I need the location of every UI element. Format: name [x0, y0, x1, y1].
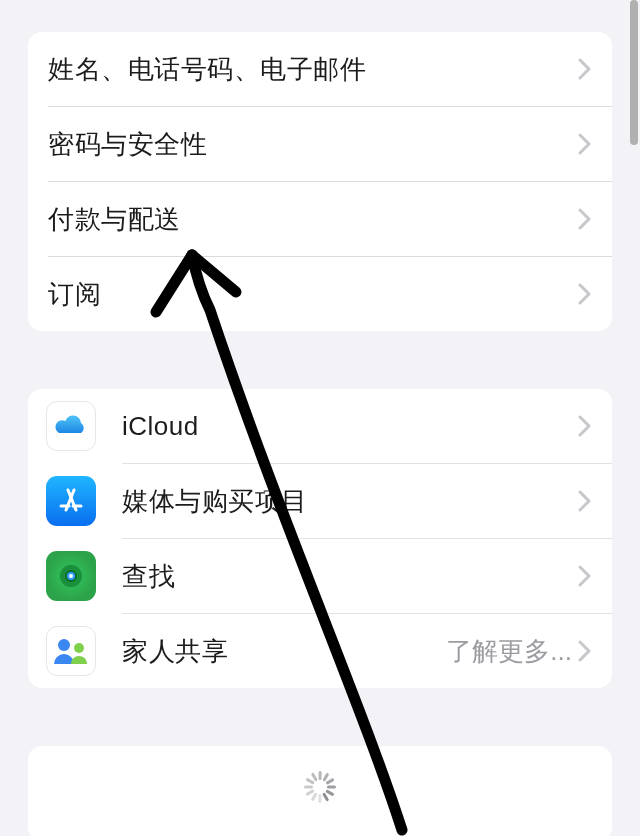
loading-spinner-icon	[304, 778, 336, 810]
chevron-right-icon	[578, 415, 592, 437]
vertical-scrollbar[interactable]	[630, 0, 638, 145]
chevron-right-icon	[578, 565, 592, 587]
appstore-icon	[46, 476, 96, 526]
row-password-security[interactable]: 密码与安全性	[28, 107, 612, 181]
icloud-icon	[46, 401, 96, 451]
chevron-right-icon	[578, 208, 592, 230]
row-label: iCloud	[122, 411, 578, 442]
row-label: 付款与配送	[48, 202, 578, 237]
chevron-right-icon	[578, 58, 592, 80]
row-name-phone-email[interactable]: 姓名、电话号码、电子邮件	[28, 32, 612, 106]
row-icloud[interactable]: iCloud	[28, 389, 612, 463]
row-label: 订阅	[48, 277, 578, 312]
row-family-sharing[interactable]: 家人共享 了解更多...	[28, 614, 612, 688]
chevron-right-icon	[578, 640, 592, 662]
row-label: 媒体与购买项目	[122, 484, 578, 519]
row-label: 家人共享	[122, 634, 446, 669]
row-label: 密码与安全性	[48, 127, 578, 162]
row-detail: 了解更多...	[446, 634, 572, 669]
account-info-group: 姓名、电话号码、电子邮件 密码与安全性 付款与配送 订阅	[28, 32, 612, 331]
svg-point-6	[74, 643, 84, 653]
row-find-my[interactable]: 查找	[28, 539, 612, 613]
svg-point-4	[69, 574, 73, 578]
services-group: iCloud 媒体与购买项目	[28, 389, 612, 688]
row-label: 查找	[122, 559, 578, 594]
row-label: 姓名、电话号码、电子邮件	[48, 52, 578, 87]
loading-group	[28, 746, 612, 836]
chevron-right-icon	[578, 283, 592, 305]
chevron-right-icon	[578, 490, 592, 512]
findmy-icon	[46, 551, 96, 601]
family-icon	[46, 626, 96, 676]
svg-point-5	[58, 639, 70, 651]
chevron-right-icon	[578, 133, 592, 155]
row-media-purchases[interactable]: 媒体与购买项目	[28, 464, 612, 538]
row-subscriptions[interactable]: 订阅	[28, 257, 612, 331]
row-payment-shipping[interactable]: 付款与配送	[28, 182, 612, 256]
